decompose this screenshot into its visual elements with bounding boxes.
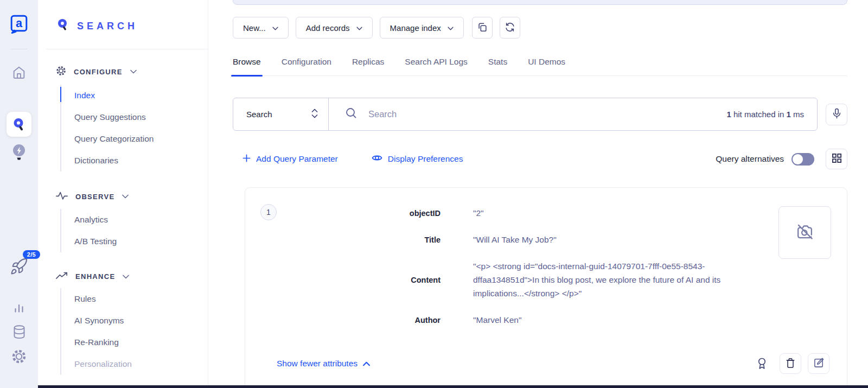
sidebar-section-observe: OBSERVE Analytics A/B Testing bbox=[56, 191, 208, 252]
sidebar-item-analytics[interactable]: Analytics bbox=[61, 209, 208, 231]
chevron-up-down-icon bbox=[311, 107, 318, 121]
copy-button[interactable] bbox=[472, 17, 493, 39]
query-controls-row: Add Query Parameter Display Preferences … bbox=[233, 149, 847, 169]
enhance-section-header[interactable]: ENHANCE bbox=[56, 272, 208, 281]
field-name: Title bbox=[245, 236, 441, 244]
manage-index-label: Manage index bbox=[390, 23, 441, 33]
sidebar-item-ab-testing[interactable]: A/B Testing bbox=[61, 231, 208, 252]
search-input[interactable] bbox=[368, 109, 716, 119]
display-preferences-label: Display Preferences bbox=[388, 154, 463, 164]
copy-icon bbox=[477, 22, 488, 34]
delete-record-button[interactable] bbox=[780, 353, 801, 374]
field-row-objectid: objectID "2" bbox=[245, 206, 756, 220]
eye-icon bbox=[372, 154, 382, 164]
tab-stats[interactable]: Stats bbox=[488, 57, 507, 75]
tab-search-api-logs[interactable]: Search API Logs bbox=[405, 57, 467, 75]
sidebar-header: SEARCH bbox=[56, 16, 208, 36]
lightbulb-icon[interactable] bbox=[12, 143, 26, 162]
tab-bar: Browse Configuration Replicas Search API… bbox=[233, 57, 847, 76]
trend-up-icon bbox=[56, 272, 68, 281]
sidebar-item-re-ranking[interactable]: Re-Ranking bbox=[61, 332, 208, 353]
layout-grid-button[interactable] bbox=[826, 149, 847, 169]
show-fewer-attributes-link[interactable]: Show fewer attributes bbox=[277, 359, 370, 368]
magnifier-icon bbox=[345, 107, 358, 122]
sidebar-item-personalization[interactable]: Personalization bbox=[61, 353, 208, 375]
record-fields: objectID "2" Title "Will AI Take My Job?… bbox=[245, 206, 756, 340]
observe-label: OBSERVE bbox=[75, 193, 114, 201]
add-records-label: Add records bbox=[306, 23, 350, 33]
sidebar-item-rules[interactable]: Rules bbox=[61, 288, 208, 310]
bar-chart-icon[interactable] bbox=[12, 301, 26, 315]
tab-replicas[interactable]: Replicas bbox=[352, 57, 384, 75]
index-selector-partial[interactable] bbox=[233, 0, 847, 5]
observe-section-header[interactable]: OBSERVE bbox=[56, 191, 208, 202]
refresh-button[interactable] bbox=[500, 17, 520, 39]
record-card: 1 objectID "2" Title "Will AI Take My Jo… bbox=[245, 187, 847, 388]
search-product-icon bbox=[56, 17, 70, 35]
query-alternatives-label: Query alternatives bbox=[716, 154, 784, 164]
manage-index-button[interactable]: Manage index bbox=[380, 17, 464, 39]
add-query-parameter-link[interactable]: Add Query Parameter bbox=[242, 154, 338, 164]
search-input-wrap: 1 hit matched in 1 ms bbox=[329, 98, 817, 130]
sidebar-section-configure: CONFIGURE Index Query Suggestions Query … bbox=[56, 66, 208, 171]
sidebar-item-dictionaries[interactable]: Dictionaries bbox=[61, 150, 208, 171]
trash-icon bbox=[785, 357, 796, 371]
field-row-content: Content "<p> <strong id="docs-internal-g… bbox=[245, 259, 756, 300]
search-mode-selector[interactable]: Search bbox=[233, 98, 329, 130]
tab-configuration[interactable]: Configuration bbox=[282, 57, 331, 75]
field-value: "Marvel Ken" bbox=[473, 313, 756, 327]
add-query-parameter-label: Add Query Parameter bbox=[256, 154, 338, 164]
sidebar-item-query-suggestions[interactable]: Query Suggestions bbox=[61, 106, 208, 128]
add-records-button[interactable]: Add records bbox=[296, 17, 373, 39]
field-value: "2" bbox=[473, 206, 756, 220]
gear-icon bbox=[56, 66, 66, 78]
rail-divider bbox=[11, 49, 27, 49]
database-icon[interactable] bbox=[12, 324, 27, 340]
usage-badge: 2/5 bbox=[23, 250, 40, 259]
edit-record-button[interactable] bbox=[808, 353, 829, 374]
hits-status: 1 hit matched in 1 ms bbox=[726, 110, 804, 119]
record-card-footer: Show fewer attributes bbox=[277, 353, 829, 374]
chevron-down-icon bbox=[123, 275, 129, 279]
rocket-icon[interactable]: 2/5 bbox=[10, 257, 28, 276]
sidebar-divider bbox=[46, 49, 208, 49]
edit-icon bbox=[813, 357, 825, 370]
new-button[interactable]: New... bbox=[233, 17, 289, 39]
configure-section-header[interactable]: CONFIGURE bbox=[56, 66, 208, 78]
toggle-knob bbox=[793, 154, 803, 164]
record-image-placeholder[interactable] bbox=[778, 206, 831, 259]
bottom-window-edge bbox=[38, 385, 868, 388]
sidebar: SEARCH CONFIGURE Index Query Suggestions bbox=[38, 0, 208, 388]
show-fewer-label: Show fewer attributes bbox=[277, 359, 358, 368]
rail-bottom-group: 2/5 bbox=[10, 257, 28, 364]
field-name: Content bbox=[245, 276, 441, 284]
search-nav-icon[interactable] bbox=[7, 112, 31, 137]
field-value: "<p> <strong id="docs-internal-guid-1407… bbox=[473, 259, 756, 300]
home-icon[interactable] bbox=[11, 65, 27, 80]
ranking-info-button[interactable] bbox=[757, 357, 767, 370]
chevron-up-icon bbox=[363, 359, 370, 368]
field-name: objectID bbox=[245, 209, 441, 218]
configure-label: CONFIGURE bbox=[74, 68, 123, 76]
pulse-icon bbox=[56, 191, 68, 202]
svg-text:a: a bbox=[16, 16, 23, 30]
main-content: New... Add records Manage index bbox=[208, 0, 868, 388]
tab-ui-demos[interactable]: UI Demos bbox=[528, 57, 565, 75]
refresh-icon bbox=[505, 22, 515, 34]
field-value: "Will AI Take My Job?" bbox=[473, 233, 756, 246]
new-button-label: New... bbox=[243, 23, 266, 33]
sidebar-item-ai-synonyms[interactable]: AI Synonyms bbox=[61, 310, 208, 332]
sidebar-item-index[interactable]: Index bbox=[61, 85, 208, 106]
chevron-down-icon bbox=[272, 27, 278, 30]
algolia-logo-icon[interactable]: a bbox=[9, 13, 29, 34]
voice-search-button[interactable] bbox=[826, 104, 847, 125]
settings-gear-icon[interactable] bbox=[11, 349, 27, 364]
search-bar: Search 1 hit matched in 1 ms bbox=[233, 98, 818, 131]
query-alternatives-toggle[interactable] bbox=[792, 153, 814, 166]
tab-browse[interactable]: Browse bbox=[233, 57, 261, 75]
record-actions bbox=[757, 353, 829, 374]
sidebar-item-query-categorization[interactable]: Query Categorization bbox=[61, 128, 208, 150]
plus-icon bbox=[242, 154, 251, 164]
field-row-title: Title "Will AI Take My Job?" bbox=[245, 233, 756, 246]
display-preferences-link[interactable]: Display Preferences bbox=[372, 154, 463, 164]
